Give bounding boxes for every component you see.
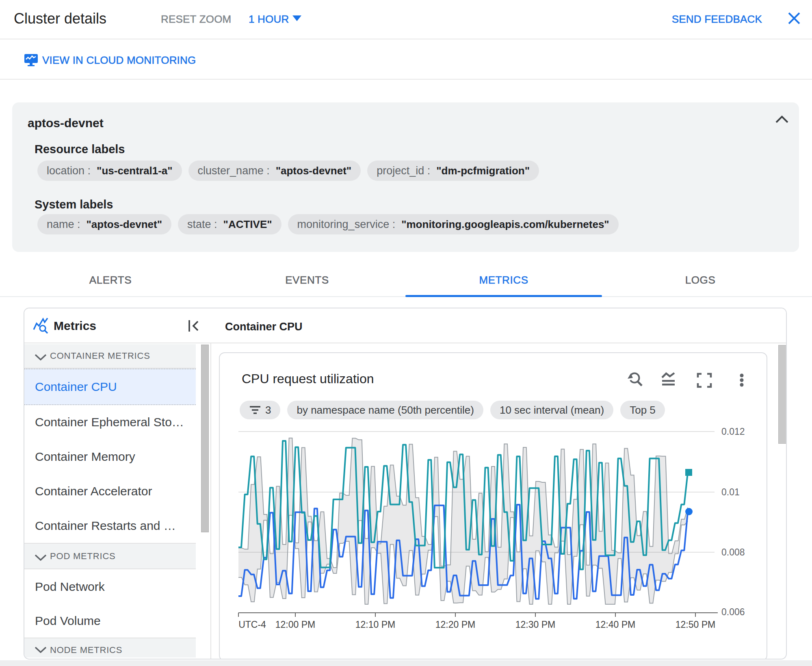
svg-text:12:40 PM: 12:40 PM: [595, 619, 635, 629]
svg-text:12:30 PM: 12:30 PM: [515, 619, 555, 629]
svg-text:0.008: 0.008: [721, 547, 745, 558]
svg-text:12:20 PM: 12:20 PM: [435, 619, 475, 629]
svg-text:0.01: 0.01: [721, 487, 740, 497]
svg-text:12:50 PM: 12:50 PM: [676, 619, 715, 629]
svg-text:0.006: 0.006: [721, 607, 745, 617]
svg-text:UTC-4: UTC-4: [238, 619, 266, 629]
svg-text:12:00 PM: 12:00 PM: [275, 619, 315, 629]
svg-text:0.012: 0.012: [721, 426, 745, 437]
svg-text:12:10 PM: 12:10 PM: [355, 619, 395, 629]
